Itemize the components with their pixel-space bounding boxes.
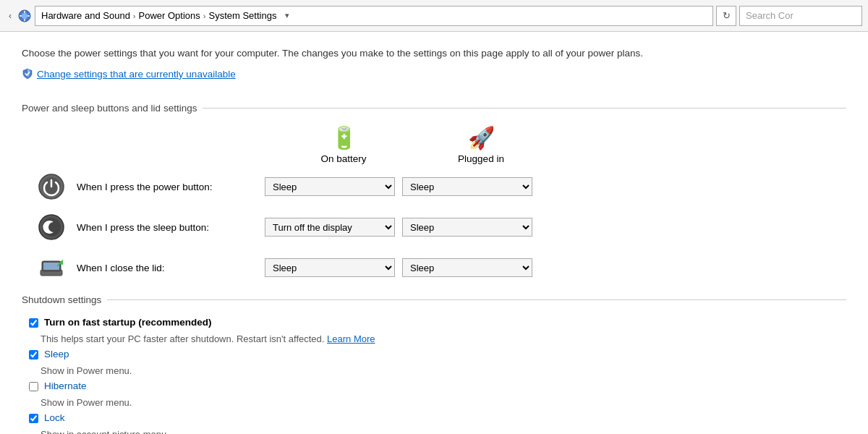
svg-rect-8	[43, 263, 59, 270]
learn-more-link[interactable]: Learn More	[327, 333, 375, 344]
shutdown-section-header: Shutdown settings	[22, 294, 846, 305]
lid-label: When I close the lid:	[77, 263, 265, 273]
lid-battery-select[interactable]: Sleep Hibernate Shut down Turn off the d…	[265, 258, 395, 277]
section-divider	[203, 108, 846, 109]
fast-startup-row: Turn on fast startup (recommended)	[29, 317, 846, 328]
shutdown-divider	[107, 299, 846, 300]
fast-startup-checkbox[interactable]	[29, 318, 38, 328]
search-input[interactable]	[739, 6, 862, 26]
breadcrumb-item-power[interactable]: Power Options	[139, 10, 200, 21]
power-button-label: When I press the power button:	[77, 182, 265, 192]
sleep-shutdown-label: Sleep	[44, 349, 69, 359]
hibernate-desc: Show in Power menu.	[41, 397, 846, 408]
plugged-in-header: 🚀 Plugged in	[412, 125, 550, 164]
shield-icon	[22, 68, 33, 80]
lid-plugged-select[interactable]: Sleep Hibernate Shut down Turn off the d…	[402, 258, 532, 277]
power-plugged-select[interactable]: Sleep Hibernate Shut down Turn off the d…	[402, 177, 532, 196]
sleep-button-icon	[36, 212, 67, 242]
fast-startup-desc: This helps start your PC faster after sh…	[41, 333, 846, 344]
power-button-icon	[36, 171, 67, 202]
controlpanel-icon	[17, 9, 32, 23]
back-button[interactable]: ‹	[6, 9, 14, 22]
power-sleep-title: Power and sleep buttons and lid settings	[22, 103, 197, 114]
breadcrumb-item-hardware[interactable]: Hardware and Sound	[41, 10, 130, 21]
hibernate-row: Hibernate	[29, 380, 846, 391]
main-content: Choose the power settings that you want …	[0, 32, 868, 434]
power-sleep-section-header: Power and sleep buttons and lid settings	[22, 103, 846, 114]
refresh-button[interactable]: ↻	[716, 6, 736, 26]
intro-text: Choose the power settings that you want …	[22, 46, 846, 61]
breadcrumb-item-system[interactable]: System Settings	[208, 10, 276, 21]
column-headers: 🔋 On battery 🚀 Plugged in	[275, 125, 846, 164]
sep1: ›	[133, 12, 136, 20]
sleep-checkbox[interactable]	[29, 350, 38, 359]
battery-icon: 🔋	[331, 125, 357, 150]
plugged-icon: 🚀	[468, 125, 495, 150]
breadcrumb-dropdown-button[interactable]: ▾	[282, 9, 292, 22]
lock-desc: Show in account picture menu.	[41, 429, 846, 434]
sleep-button-row: When I press the sleep button: Sleep Hib…	[36, 212, 846, 242]
svg-point-1	[22, 13, 27, 19]
lock-checkbox[interactable]	[29, 414, 38, 423]
on-battery-label: On battery	[320, 153, 366, 164]
sleep-plugged-select[interactable]: Sleep Hibernate Shut down Turn off the d…	[402, 218, 532, 237]
lid-row: When I close the lid: Sleep Hibernate Sh…	[36, 252, 846, 283]
settings-grid: 🔋 On battery 🚀 Plugged in When I press t…	[36, 125, 846, 283]
sleep-battery-select[interactable]: Sleep Hibernate Shut down Turn off the d…	[265, 218, 395, 237]
power-battery-select[interactable]: Sleep Hibernate Shut down Turn off the d…	[265, 177, 395, 196]
lid-icon	[36, 252, 67, 283]
power-button-row: When I press the power button: Sleep Hib…	[36, 171, 846, 202]
sleep-desc: Show in Power menu.	[41, 365, 846, 376]
shutdown-title: Shutdown settings	[22, 294, 101, 305]
hibernate-checkbox[interactable]	[29, 382, 38, 391]
sep2: ›	[203, 12, 206, 20]
shutdown-section: Shutdown settings Turn on fast startup (…	[22, 294, 846, 434]
sleep-button-label: When I press the sleep button:	[77, 222, 265, 233]
lock-row: Lock	[29, 412, 846, 423]
fast-startup-label: Turn on fast startup (recommended)	[44, 317, 212, 328]
sleep-shutdown-row: Sleep	[29, 349, 846, 359]
lock-label: Lock	[44, 412, 65, 423]
plugged-in-label: Plugged in	[458, 153, 504, 164]
address-bar: ‹ Hardware and Sound › Power Options › S…	[0, 0, 868, 32]
on-battery-header: 🔋 On battery	[275, 125, 412, 164]
change-settings-link[interactable]: Change settings that are currently unava…	[22, 68, 236, 80]
breadcrumb-path: Hardware and Sound › Power Options › Sys…	[35, 6, 713, 26]
hibernate-label: Hibernate	[44, 380, 87, 391]
